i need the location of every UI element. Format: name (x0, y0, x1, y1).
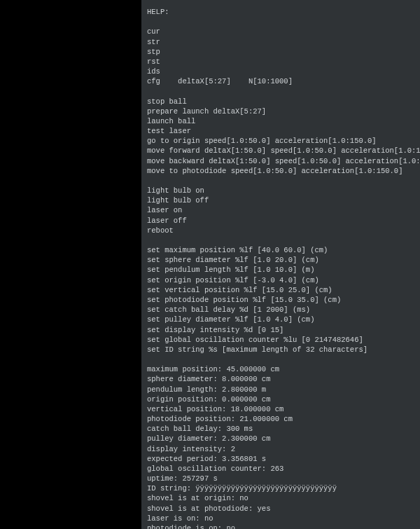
terminal-line: photodiode is on: no (147, 523, 414, 529)
terminal-line: HELP: (147, 7, 414, 17)
terminal-line: sphere diameter: 8.000000 cm (147, 374, 414, 384)
terminal-line: test laser (147, 126, 414, 136)
terminal-line: display intensity: 2 (147, 444, 414, 454)
terminal-output[interactable]: HELP: curstrstprstidscfg deltaX[5:27] N[… (141, 0, 420, 529)
terminal-line: set pulley diameter %lf [1.0 4.0] (cm) (147, 315, 414, 324)
terminal-line: set maximum position %lf [40.0 60.0] (cm… (147, 245, 414, 255)
terminal-line: origin position: 0.000000 cm (147, 394, 414, 404)
terminal-line: set photodiode position %lf [15.0 35.0] … (147, 295, 414, 305)
terminal-line: go to origin speed[1.0:50.0] acceleratio… (147, 136, 414, 146)
terminal-line (147, 86, 414, 96)
terminal-line: shovel is at origin: no (147, 493, 414, 503)
terminal-line: set global oscillation counter %lu [0 21… (147, 335, 414, 345)
terminal-line: move backward deltaX[1:50.0] speed[1.0:5… (147, 156, 414, 166)
terminal-line: move to photodiode speed[1.0:50.0] accel… (147, 166, 414, 176)
terminal-line: pulley diameter: 2.300000 cm (147, 434, 414, 444)
terminal-line (147, 355, 414, 364)
terminal-line: rst (147, 57, 414, 67)
terminal-line: move forward deltaX[1:50.0] speed[1.0:50… (147, 146, 414, 156)
terminal-line: set vertical position %lf [15.0 25.0] (c… (147, 285, 414, 295)
terminal-line: set pendulum length %lf [1.0 10.0] (m) (147, 265, 414, 275)
left-sidebar (0, 0, 141, 529)
terminal-line: uptime: 257297 s (147, 474, 414, 483)
terminal-line: launch ball (147, 116, 414, 126)
app-layout: HELP: curstrstprstidscfg deltaX[5:27] N[… (0, 0, 420, 529)
terminal-line: prepare launch deltaX[5:27] (147, 107, 414, 116)
terminal-line: catch ball delay: 300 ms (147, 424, 414, 434)
terminal-line: maximum position: 45.000000 cm (147, 364, 414, 374)
terminal-line: cfg deltaX[5:27] N[10:1000] (147, 76, 414, 86)
terminal-line (147, 176, 414, 186)
terminal-line (147, 17, 414, 27)
terminal-line: set ID string %s [maximum length of 32 c… (147, 345, 414, 355)
terminal-line: shovel is at photodiode: yes (147, 504, 414, 514)
terminal-line: str (147, 37, 414, 47)
terminal-line: cur (147, 27, 414, 36)
terminal-line: photodiode position: 21.000000 cm (147, 414, 414, 424)
terminal-line: vertical position: 18.000000 cm (147, 404, 414, 414)
terminal-line: light bulb on (147, 186, 414, 195)
terminal-line: light bulb off (147, 195, 414, 205)
terminal-line: ID string: ÿÿÿÿÿÿÿÿÿÿÿÿÿÿÿÿÿÿÿÿÿÿÿÿÿÿÿÿÿ… (147, 483, 414, 493)
terminal-line: pendulum length: 2.800000 m (147, 385, 414, 394)
terminal-line: set display intensity %d [0 15] (147, 325, 414, 335)
terminal-line: stp (147, 47, 414, 57)
terminal-line: stop ball (147, 97, 414, 107)
terminal-line: reboot (147, 226, 414, 235)
terminal-line (147, 235, 414, 245)
terminal-line: set catch ball delay %d [1 2000] (ms) (147, 305, 414, 315)
terminal-line: laser is on: no (147, 514, 414, 523)
terminal-line: set sphere diameter %lf [1.0 20.0] (cm) (147, 255, 414, 265)
terminal-line: expected period: 3.356801 s (147, 454, 414, 464)
terminal-line: set origin position %lf [-3.0 4.0] (cm) (147, 275, 414, 285)
terminal-line: laser on (147, 205, 414, 215)
terminal-line: global oscillation counter: 263 (147, 464, 414, 474)
terminal-line: ids (147, 67, 414, 76)
terminal-line: laser off (147, 216, 414, 226)
